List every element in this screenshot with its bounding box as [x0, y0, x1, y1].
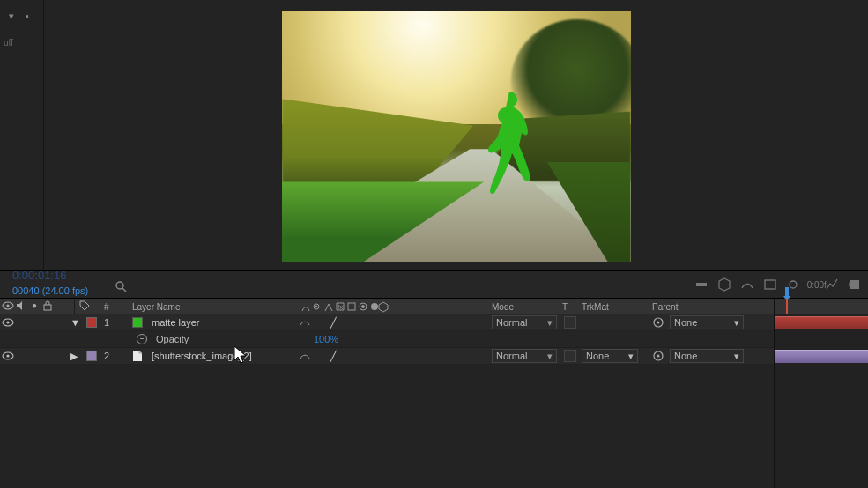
parent-dropdown[interactable]: None▾ — [670, 315, 744, 329]
timeline-tracks[interactable] — [774, 299, 868, 488]
time-ruler[interactable] — [775, 299, 868, 314]
switches-column-header[interactable]: fx — [299, 300, 404, 313]
shy-switch[interactable] — [299, 350, 311, 362]
time-tick-1: 00 — [849, 280, 859, 290]
layer-bar-2[interactable] — [775, 350, 868, 363]
svg-rect-25 — [786, 299, 788, 314]
audio-column-icon[interactable] — [15, 300, 27, 313]
trkmat-dropdown[interactable]: None▾ — [582, 349, 638, 363]
svg-rect-24 — [785, 287, 789, 296]
blend-mode-dropdown[interactable]: Normal▾ — [492, 349, 557, 363]
quality-switch[interactable]: ╱ — [327, 317, 339, 329]
pickwhip-icon[interactable] — [652, 350, 664, 362]
twirl-down-icon[interactable]: ▼ — [70, 317, 81, 328]
svg-point-21 — [6, 354, 9, 357]
panel-icon-2[interactable]: ▪ — [21, 11, 33, 22]
svg-point-19 — [657, 322, 660, 324]
toolbar-shy-icon[interactable] — [739, 277, 755, 292]
time-tick-0: 0:00f — [807, 280, 827, 290]
preserve-transparency-toggle[interactable] — [564, 316, 576, 329]
svg-point-17 — [6, 321, 9, 323]
property-name[interactable]: Opacity — [137, 334, 189, 344]
layer-index: 1 — [104, 317, 109, 328]
svg-text:fx: fx — [338, 303, 343, 311]
quality-switch[interactable]: ╱ — [327, 351, 339, 362]
svg-point-23 — [657, 355, 660, 358]
composition-preview[interactable] — [44, 0, 868, 270]
eye-column-icon[interactable] — [2, 300, 14, 313]
svg-point-14 — [362, 306, 365, 308]
column-header-row: ● # Layer Name fx — [0, 299, 774, 314]
layer-name-column-header[interactable]: Layer Name — [132, 302, 180, 312]
svg-point-7 — [6, 304, 9, 307]
label-color[interactable] — [86, 317, 97, 328]
footage-icon — [132, 350, 143, 362]
panel-icon-1[interactable]: ▾ — [5, 11, 18, 22]
mode-column-header[interactable]: Mode — [492, 302, 514, 312]
layer-index: 2 — [104, 351, 109, 361]
eye-toggle[interactable] — [2, 351, 14, 361]
property-row-opacity[interactable]: Opacity 100% — [0, 331, 774, 348]
lock-column-icon[interactable] — [41, 300, 54, 313]
t-column-header[interactable]: T — [562, 302, 568, 312]
svg-rect-3 — [765, 280, 775, 289]
search-icon[interactable] — [115, 280, 127, 294]
layer-name-text: matte layer — [152, 317, 199, 328]
svg-point-15 — [371, 303, 378, 310]
blend-mode-dropdown[interactable]: Normal▾ — [492, 315, 557, 329]
label-color[interactable] — [86, 351, 97, 361]
toolbar-frame-icon[interactable] — [762, 277, 778, 292]
eye-toggle[interactable] — [2, 317, 14, 328]
pickwhip-icon[interactable] — [652, 316, 664, 329]
solo-column-icon[interactable]: ● — [28, 300, 41, 313]
layer-name-text: [shutterstock_image_2] — [152, 351, 252, 361]
stopwatch-icon[interactable] — [137, 334, 147, 344]
preview-frame — [282, 11, 631, 262]
timeline-toolbar: 0:00:01:16 00040 (24.00 fps) 0:00f 00 — [0, 270, 868, 299]
parent-column-header[interactable]: Parent — [652, 302, 678, 312]
layer-name[interactable]: [shutterstock_image_2] — [132, 350, 252, 362]
parent-dropdown[interactable]: None▾ — [670, 349, 744, 363]
layer-switches[interactable]: ╱ — [299, 316, 339, 329]
preserve-transparency-toggle[interactable] — [564, 350, 576, 362]
layer-bar-1[interactable] — [775, 316, 868, 329]
toolbar-blend-icon[interactable] — [694, 277, 709, 292]
property-label: Opacity — [156, 334, 189, 344]
framerate-display: 00040 (24.00 fps) — [12, 285, 88, 296]
label-column-icon[interactable] — [79, 300, 90, 313]
svg-line-1 — [122, 288, 126, 292]
layer-row-1[interactable]: ▼ 1 matte layer ╱ Normal▾ None▾ — [0, 314, 774, 331]
left-panel: ▾ ▪ uff — [0, 0, 44, 270]
layer-row-2[interactable]: ▶ 2 [shutterstock_image_2] ╱ Normal▾ Non… — [0, 348, 774, 365]
trkmat-column-header[interactable]: TrkMat — [582, 302, 609, 312]
svg-point-0 — [116, 282, 123, 289]
svg-rect-2 — [696, 283, 707, 286]
twirl-right-icon[interactable]: ▶ — [70, 351, 81, 362]
svg-rect-8 — [44, 305, 51, 310]
svg-point-10 — [315, 306, 317, 307]
layer-switches[interactable]: ╱ — [299, 350, 339, 362]
layer-name[interactable]: matte layer — [132, 317, 199, 328]
svg-rect-12 — [348, 303, 355, 310]
playhead-icon[interactable] — [782, 287, 792, 314]
index-column-header[interactable]: # — [104, 302, 109, 312]
toolbar-3d-icon[interactable] — [716, 277, 732, 292]
layer-swatch-icon — [132, 317, 143, 328]
opacity-value[interactable]: 100% — [314, 334, 338, 344]
current-timecode[interactable]: 0:00:01:16 — [12, 269, 66, 282]
matte-silhouette — [480, 89, 538, 212]
sidebar-small-label: uff — [0, 38, 43, 48]
shy-switch[interactable] — [299, 316, 311, 329]
